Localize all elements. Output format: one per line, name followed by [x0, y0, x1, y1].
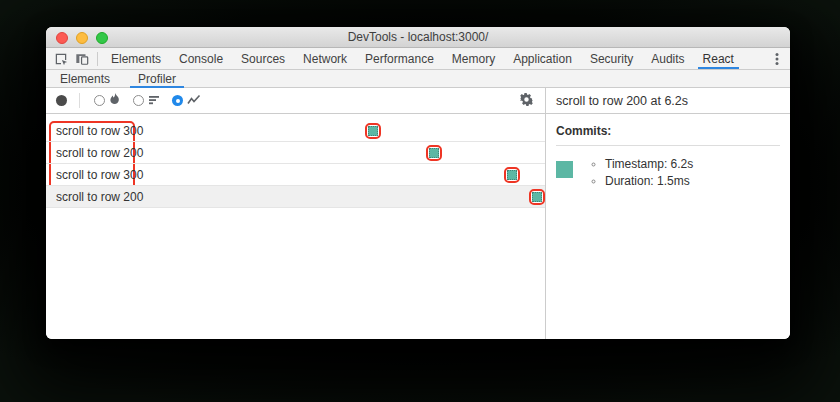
- toolbar-divider: [79, 93, 80, 108]
- ranked-radio[interactable]: [133, 95, 144, 106]
- close-window-button[interactable]: [56, 32, 68, 44]
- interaction-label: scroll to row 200: [46, 146, 143, 160]
- settings-gear-icon[interactable]: [520, 92, 533, 110]
- subtab-elements[interactable]: Elements: [46, 70, 124, 87]
- commit-dot[interactable]: [532, 192, 542, 202]
- tab-audits[interactable]: Audits: [642, 48, 693, 69]
- red-annotation-commit-box: [529, 189, 545, 205]
- interaction-label: scroll to row 200: [46, 190, 143, 204]
- interactions-chart-icon: [187, 92, 201, 110]
- devtools-menu-icon[interactable]: [770, 51, 784, 71]
- interaction-label: scroll to row 300: [46, 168, 143, 182]
- device-toolbar-icon[interactable]: [75, 52, 89, 66]
- profiler-toolbar: [46, 88, 545, 114]
- red-annotation-commit-box: [365, 123, 381, 139]
- zoom-window-button[interactable]: [96, 32, 108, 44]
- traffic-lights: [56, 32, 108, 44]
- tab-security[interactable]: Security: [581, 48, 642, 69]
- tab-elements[interactable]: Elements: [102, 48, 170, 69]
- tab-application[interactable]: Application: [504, 48, 581, 69]
- commit-duration: Duration: 1.5ms: [605, 173, 693, 190]
- devtools-tabbar: Elements Console Sources Network Perform…: [46, 48, 790, 70]
- interactions-list: scroll to row 300 scroll to row 200 scro…: [46, 114, 545, 339]
- interactions-radio[interactable]: [172, 95, 183, 106]
- window-title: DevTools - localhost:3000/: [46, 30, 790, 44]
- minimize-window-button[interactable]: [76, 32, 88, 44]
- titlebar: DevTools - localhost:3000/: [46, 27, 790, 48]
- devtools-window: DevTools - localhost:3000/ Elements Cons…: [46, 27, 790, 339]
- red-annotation-commit-box: [504, 167, 520, 183]
- commit-timestamp: Timestamp: 6.2s: [605, 156, 693, 173]
- react-subtabbar: Elements Profiler: [46, 70, 790, 88]
- profiler-left-pane: scroll to row 300 scroll to row 200 scro…: [46, 88, 545, 339]
- view-option-flamegraph[interactable]: [94, 92, 121, 110]
- commit-dot[interactable]: [507, 170, 517, 180]
- tab-react[interactable]: React: [694, 48, 743, 69]
- tab-console[interactable]: Console: [170, 48, 232, 69]
- inspect-element-icon[interactable]: [54, 52, 68, 66]
- view-option-interactions[interactable]: [172, 92, 201, 110]
- tab-sources[interactable]: Sources: [232, 48, 294, 69]
- commits-title: Commits:: [556, 124, 780, 145]
- subtab-profiler[interactable]: Profiler: [124, 70, 190, 87]
- interaction-details-pane: scroll to row 200 at 6.2s Commits: Times…: [545, 88, 790, 339]
- commits-panel: Commits: Timestamp: 6.2s Duration: 1.5ms: [546, 114, 790, 200]
- tabbar-divider: [97, 52, 98, 66]
- commit-detail: Timestamp: 6.2s Duration: 1.5ms: [556, 156, 780, 190]
- devtools-tabs: Elements Console Sources Network Perform…: [102, 48, 743, 69]
- interaction-row[interactable]: scroll to row 200: [46, 142, 545, 164]
- commit-color-swatch[interactable]: [556, 161, 573, 178]
- commits-divider: [556, 145, 780, 146]
- interaction-row[interactable]: scroll to row 300: [46, 164, 545, 186]
- commit-dot[interactable]: [429, 148, 439, 158]
- record-button[interactable]: [56, 95, 67, 106]
- commit-detail-list: Timestamp: 6.2s Duration: 1.5ms: [579, 156, 693, 190]
- flamegraph-radio[interactable]: [94, 95, 105, 106]
- red-annotation-commit-box: [426, 145, 442, 161]
- tab-network[interactable]: Network: [294, 48, 356, 69]
- view-option-ranked[interactable]: [133, 92, 160, 110]
- tab-memory[interactable]: Memory: [443, 48, 504, 69]
- ranked-chart-icon: [148, 92, 160, 110]
- tab-performance[interactable]: Performance: [356, 48, 443, 69]
- interaction-row[interactable]: scroll to row 300: [46, 120, 545, 142]
- commit-dot[interactable]: [368, 126, 378, 136]
- interaction-row[interactable]: scroll to row 200: [46, 186, 545, 208]
- interaction-label: scroll to row 300: [46, 124, 143, 138]
- selected-interaction-header: scroll to row 200 at 6.2s: [546, 88, 790, 114]
- flame-icon: [109, 92, 121, 110]
